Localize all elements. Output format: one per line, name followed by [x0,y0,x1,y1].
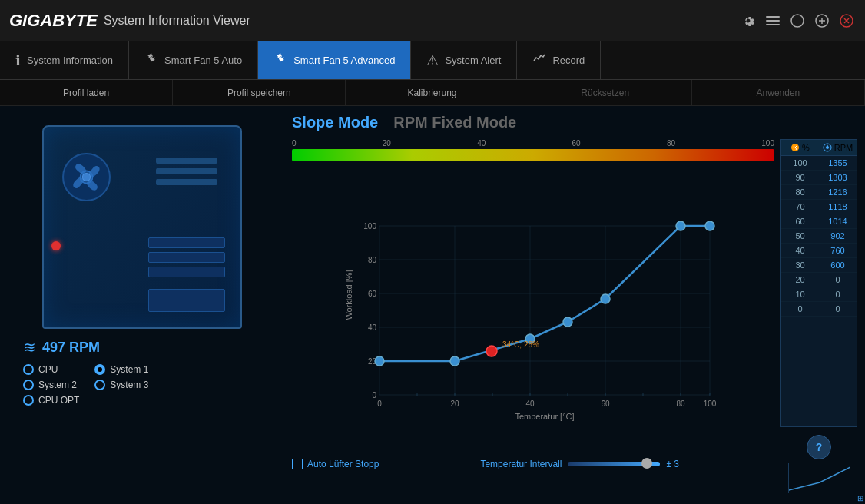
control-point-5[interactable] [676,221,685,230]
tab-bar: ℹ System Information Smart Fan 5 Auto Sm… [0,41,865,80]
rpm-cell-rpm-8: 0 [819,273,857,287]
rpm-col-percent: % [781,140,819,155]
app-title: System Information Viewer [104,14,739,28]
control-point-4[interactable] [601,294,610,303]
tab-smart-fan-advanced[interactable]: Smart Fan 5 Advanced [258,41,411,79]
fan-curve-chart[interactable]: 0 20 40 60 80 100 0 20 40 60 80 10 [292,164,774,426]
auto-stop-control[interactable]: Auto Lüfter Stopp [292,459,379,469]
rpm-row-0[interactable]: 1001355 [781,156,857,171]
mini-chart [788,463,850,493]
fan-selector-system2[interactable]: System 2 [23,380,79,390]
rpm-cell-percent-6: 40 [781,244,819,257]
fan-selector-cpu[interactable]: CPU [23,364,79,375]
tab-record-label: Record [552,55,585,66]
rpm-row-6[interactable]: 40760 [781,244,857,258]
tab-system-alert[interactable]: ⚠ System Alert [411,41,517,79]
bottom-controls: Auto Lüfter Stopp Temperatur Intervall ±… [292,432,857,496]
nav-anwenden: Anwenden [692,80,865,105]
rpm-table-body: 1001355901303801216701118601014509024076… [781,156,857,317]
menu-icon[interactable] [764,12,782,30]
control-point-0[interactable] [375,356,384,366]
help-button[interactable]: ? [807,435,831,459]
rpm-row-10[interactable]: 00 [781,302,857,317]
record-icon [532,51,546,69]
tab-system-alert-label: System Alert [445,55,501,66]
tab-smart-fan-auto-label: Smart Fan 5 Auto [164,55,242,66]
tab-record[interactable]: Record [517,41,601,79]
fan-label-cpu: CPU [38,364,58,375]
pc-case-body [42,125,242,329]
mode-buttons: Slope Mode RPM Fixed Mode [292,114,857,131]
resize-handle[interactable]: ⊞ [857,494,863,502]
slider-thumb[interactable] [641,458,652,469]
temp-interval-slider[interactable] [568,462,660,466]
rpm-cell-rpm-1: 1303 [819,171,857,184]
svg-rect-0 [766,16,780,18]
rpm-cell-rpm-5: 902 [819,229,857,243]
rpm-row-1[interactable]: 901303 [781,171,857,185]
svg-rect-13 [341,164,725,426]
rpm-row-8[interactable]: 200 [781,273,857,287]
radio-cpu-opt[interactable] [23,395,34,406]
fan-selector-cpu-opt[interactable]: CPU OPT [23,395,79,406]
pc-fan [59,150,113,204]
rpm-col-rpm: RPM [819,140,857,155]
rpm-cell-percent-9: 10 [781,287,819,301]
chart-wrapper: 0 20 40 60 80 100 [292,139,774,427]
temp-gradient-bar [292,149,774,161]
rpm-cell-percent-7: 30 [781,258,819,272]
interval-value: ± 3 [666,459,679,469]
svg-text:100: 100 [363,222,376,230]
svg-rect-1 [766,20,780,22]
rpm-cell-rpm-4: 1014 [819,214,857,228]
secondary-nav: Profil laden Profil speichern Kalibrieru… [0,80,865,106]
svg-text:0: 0 [377,400,382,408]
rpm-row-7[interactable]: 30600 [781,258,857,273]
bottom-right-controls: ? [780,435,857,493]
temp-labels-top: 0 20 40 60 80 100 [292,139,774,148]
tab-smart-fan-auto[interactable]: Smart Fan 5 Auto [129,41,258,79]
rpm-row-9[interactable]: 100 [781,287,857,302]
svg-rect-49 [789,463,850,494]
radio-system1[interactable] [94,364,105,375]
rpm-row-3[interactable]: 701118 [781,200,857,214]
status-dot [51,241,61,250]
svg-point-3 [791,15,804,27]
rpm-row-2[interactable]: 801216 [781,185,857,200]
settings-icon[interactable] [739,12,757,30]
auto-stop-checkbox[interactable] [292,459,303,469]
nav-kalibrierung[interactable]: Kalibrierung [346,80,519,105]
close-icon[interactable] [837,12,856,30]
control-point-3[interactable] [563,317,572,327]
rpm-table-header: % RPM [781,140,857,156]
rpm-fixed-mode-btn[interactable]: RPM Fixed Mode [393,114,516,131]
radio-system2[interactable] [23,380,34,390]
rpm-cell-rpm-10: 0 [819,302,857,316]
tab-system-info[interactable]: ℹ System Information [0,41,129,79]
rpm-row-5[interactable]: 50902 [781,229,857,244]
svg-text:60: 60 [601,400,610,408]
main-content: ≋ 497 RPM CPU System 1 System 2 System 3 [0,106,865,504]
minimize-icon[interactable] [788,12,807,30]
radio-cpu[interactable] [23,364,34,375]
rpm-cell-percent-1: 90 [781,171,819,184]
nav-profil-laden[interactable]: Profil laden [0,80,173,105]
title-bar: GIGABYTE System Information Viewer [0,0,865,41]
fan-selector-system1[interactable]: System 1 [94,364,151,375]
rpm-cell-rpm-7: 600 [819,258,857,272]
title-icons [739,12,856,30]
maximize-icon[interactable] [813,12,831,30]
radio-system3[interactable] [94,380,105,390]
fan-auto-icon [144,51,158,69]
rpm-cell-percent-3: 70 [781,200,819,214]
fan-selector-system3[interactable]: System 3 [94,380,151,390]
temp-interval-control: Temperatur Intervall ± 3 [391,459,768,469]
control-point-1[interactable] [450,356,459,366]
pc-case-visual [35,121,250,329]
pc-drive-bays [148,237,225,281]
control-point-6[interactable] [705,221,714,230]
rpm-cell-percent-10: 0 [781,302,819,316]
slope-mode-btn[interactable]: Slope Mode [292,114,378,131]
rpm-row-4[interactable]: 601014 [781,214,857,229]
nav-profil-speichern[interactable]: Profil speichern [173,80,346,105]
